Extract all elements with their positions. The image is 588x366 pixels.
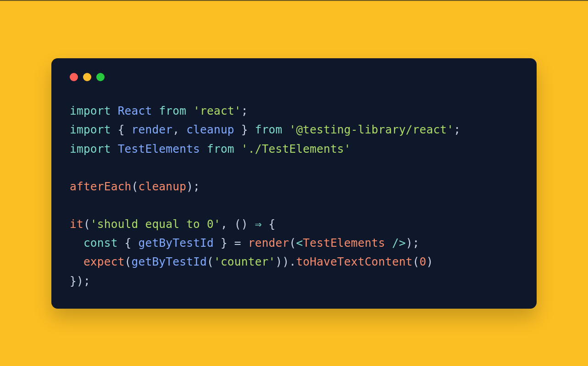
code-token: ( <box>125 255 132 268</box>
code-token: React <box>118 104 152 117</box>
code-token: 'react' <box>193 104 241 117</box>
code-token: ); <box>406 236 420 250</box>
code-token: const <box>83 236 118 250</box>
code-line: it('should equal to 0', () ⇒ { <box>70 215 518 233</box>
code-token: from <box>255 123 283 136</box>
code-line: import { render, cleanup } from '@testin… <box>70 120 518 139</box>
code-token: cleanup <box>139 180 187 193</box>
code-token: ( <box>132 180 139 193</box>
code-content: import React from 'react';import { rende… <box>70 101 518 290</box>
code-line <box>70 196 518 215</box>
code-token: ); <box>186 180 200 193</box>
code-line: afterEach(cleanup); <box>70 177 518 196</box>
code-token: toHaveTextContent <box>296 255 412 268</box>
code-token: ( <box>207 255 214 268</box>
code-token: render <box>132 123 173 136</box>
code-token: ; <box>241 104 248 117</box>
code-token: { <box>262 217 276 231</box>
code-token: ; <box>454 123 460 136</box>
code-line <box>70 158 518 177</box>
code-token: import <box>70 123 111 136</box>
code-line: import React from 'react'; <box>70 101 518 120</box>
code-token: import <box>70 142 111 155</box>
code-token: ( <box>83 217 90 231</box>
code-token: import <box>70 104 111 117</box>
code-line: }); <box>70 272 518 290</box>
window-controls <box>70 73 518 81</box>
code-token: afterEach <box>70 180 132 193</box>
code-token: , () <box>221 217 255 231</box>
code-token: 'should equal to 0' <box>90 217 221 231</box>
code-token: , <box>172 123 186 136</box>
code-token: ( <box>413 255 420 268</box>
code-token <box>111 104 118 117</box>
code-window: import React from 'react';import { rende… <box>51 58 537 309</box>
code-token: { <box>111 123 132 136</box>
close-icon[interactable] <box>70 73 78 81</box>
code-token: } <box>234 123 255 136</box>
code-token <box>234 142 241 155</box>
code-token: from <box>207 142 234 155</box>
code-token: 0 <box>420 255 427 268</box>
code-token: ⇒ <box>255 217 262 231</box>
code-line: const { getByTestId } = render(<TestElem… <box>70 233 518 252</box>
code-line: import TestElements from './TestElements… <box>70 139 518 158</box>
code-token <box>70 236 83 250</box>
code-token: /> <box>385 236 406 250</box>
code-token <box>186 104 193 117</box>
code-token: { <box>118 236 139 250</box>
code-token: render <box>248 236 289 250</box>
code-line: expect(getByTestId('counter')).toHaveTex… <box>70 252 518 271</box>
code-token: '@testing-library/react' <box>289 123 454 136</box>
code-token <box>70 255 83 268</box>
code-token: getByTestId <box>139 236 214 250</box>
code-token: it <box>70 217 83 231</box>
code-token <box>200 142 207 155</box>
code-token: TestElements <box>303 236 385 250</box>
code-token: < <box>296 236 303 250</box>
code-token: )). <box>276 255 296 268</box>
code-token: ) <box>426 255 433 268</box>
code-token: './TestElements' <box>241 142 351 155</box>
code-token: from <box>159 104 186 117</box>
code-token: TestElements <box>118 142 200 155</box>
code-token <box>152 104 159 117</box>
code-token: expect <box>83 255 125 268</box>
code-token: } = <box>214 236 248 250</box>
code-token <box>283 123 289 136</box>
minimize-icon[interactable] <box>83 73 91 81</box>
code-token <box>111 142 118 155</box>
code-token: 'counter' <box>214 255 276 268</box>
code-token: getByTestId <box>132 255 207 268</box>
code-token: cleanup <box>186 123 234 136</box>
code-token: ( <box>289 236 296 250</box>
maximize-icon[interactable] <box>96 73 105 81</box>
code-token: }); <box>70 274 90 288</box>
